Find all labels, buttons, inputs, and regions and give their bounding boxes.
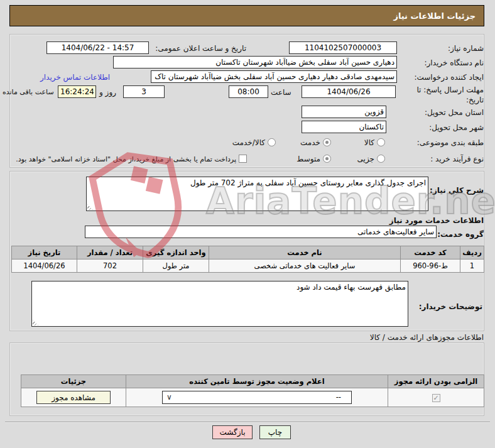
process-type-label: نوع فرآیند خرید :: [430, 155, 484, 163]
need-number-field[interactable]: [289, 41, 397, 54]
deadline-hour-label: ساعت: [271, 88, 291, 97]
deadline-date-field[interactable]: [302, 85, 396, 98]
col-quantity: تعداد / مقدار: [77, 246, 143, 260]
chevron-down-icon: ∨: [166, 391, 172, 403]
service-group-field[interactable]: [85, 226, 437, 238]
radio-goods[interactable]: [377, 138, 385, 146]
cell-permit-details: مشاهده مجوز: [21, 388, 126, 407]
cell-quantity: 702: [77, 260, 143, 273]
permit-row: ∨ -- مشاهده مجوز: [21, 388, 484, 407]
back-button[interactable]: بازگشت: [212, 425, 253, 439]
col-permit-details: جزئیات: [21, 375, 126, 388]
radio-partial[interactable]: [377, 155, 385, 163]
permit-status-select[interactable]: ∨ --: [162, 391, 352, 404]
col-row-number: ردیف: [460, 246, 484, 260]
col-service-code: کد خدمت: [401, 246, 460, 260]
services-table-header-row: ردیف کد خدمت نام خدمت واحد اندازه گیری ت…: [12, 246, 484, 260]
remaining-label: ساعت باقی مانده: [3, 88, 54, 96]
services-section-title: اطلاعات خدمات مورد نیاز: [389, 216, 484, 225]
radio-medium[interactable]: [323, 155, 331, 163]
creator-label: ایجاد کننده درخواست:: [414, 73, 484, 82]
classification-label: طبقه بندی موضوعی:: [417, 138, 484, 147]
col-service-name: نام خدمت: [209, 246, 401, 260]
cell-permit-mandatory: [388, 388, 484, 407]
need-number-label: شماره نیاز:: [448, 44, 484, 53]
need-desc-textarea[interactable]: اجرای جدول گذاری معابر روستای حسین آباد …: [86, 177, 428, 211]
buyer-org-label: نام دستگاه خریدار:: [425, 58, 484, 67]
time-remaining-field[interactable]: [58, 85, 96, 98]
mandatory-permit-checkbox[interactable]: [432, 394, 440, 402]
treasury-checkbox-label: پرداخت تمام یا بخشی از مبلغ خرید،از محل …: [16, 155, 236, 163]
cell-need-date: 1404/06/26: [12, 260, 77, 273]
announce-datetime-field[interactable]: [46, 41, 149, 54]
province-field[interactable]: [302, 106, 386, 118]
radio-goods-label: کالا: [364, 138, 374, 147]
radio-goods-service[interactable]: [268, 138, 276, 146]
need-desc-label: شرح کلي نیاز:: [430, 186, 484, 195]
deadline-hour-field[interactable]: [229, 85, 268, 98]
footer-divider: [5, 422, 490, 423]
page-title: جزئیات اطلاعات نیاز: [393, 11, 476, 21]
col-permit-mandatory: الزامی بودن ارائه مجوز: [388, 375, 484, 388]
radio-service[interactable]: [323, 138, 331, 146]
announce-datetime-label: تاریخ و ساعت اعلان عمومی:: [155, 44, 246, 53]
treasury-checkbox[interactable]: [239, 155, 247, 163]
permits-table-header-row: الزامی بودن ارائه مجوز اعلام وضعیت مجوز …: [21, 375, 484, 388]
radio-service-label: خدمت: [300, 138, 320, 147]
service-group-label: گروه خدمت:: [437, 230, 484, 239]
buyer-contact-link[interactable]: اطلاعات تماس خریدار: [40, 73, 110, 82]
days-label: روز و: [99, 88, 116, 97]
permits-table: الزامی بودن ارائه مجوز اعلام وضعیت مجوز …: [21, 374, 484, 407]
col-unit: واحد اندازه گیری: [143, 246, 209, 260]
province-label: استان محل تحویل:: [425, 108, 484, 117]
permit-status-value: --: [336, 391, 341, 403]
cell-service-name: سایر فعالیت های خدماتی شخصی: [209, 260, 401, 273]
radio-partial-label: جزیی: [357, 155, 374, 163]
print-button[interactable]: چاپ: [259, 425, 291, 439]
cell-service-code: 960-96-ط: [401, 260, 460, 273]
days-remaining-field[interactable]: [123, 85, 165, 98]
service-row: 1 960-96-ط سایر فعالیت های خدماتی شخصی م…: [12, 260, 484, 273]
city-field[interactable]: [302, 121, 386, 133]
radio-goods-service-label: کالا/خدمت: [232, 138, 265, 147]
creator-field[interactable]: [151, 70, 397, 83]
radio-medium-label: متوسط: [296, 155, 320, 163]
cell-row-number: 1: [460, 260, 484, 273]
buyer-notes-textarea[interactable]: مطابق فهرست بهاء قیمت داد شود: [31, 281, 408, 327]
services-table: ردیف کد خدمت نام خدمت واحد اندازه گیری ت…: [11, 246, 484, 273]
col-need-date: تاریخ نیاز: [12, 246, 77, 260]
cell-unit: متر طول: [143, 260, 209, 273]
permits-section-title: اطلاعات مجوزهای ارائه خدمت / کالا: [370, 333, 484, 342]
buyer-org-field[interactable]: [113, 56, 397, 68]
col-permit-status: اعلام وضعیت مجوز توسط تامین کننده: [126, 375, 388, 388]
view-permit-button[interactable]: مشاهده مجوز: [36, 391, 111, 404]
need-details-page: جزئیات اطلاعات نیاز شماره نیاز: تاریخ و …: [0, 0, 495, 448]
cell-permit-status: ∨ --: [126, 388, 388, 407]
deadline-label: مهلت ارسال پاسخ: تا تاریخ:: [402, 85, 484, 105]
city-label: شهر محل تحویل:: [429, 123, 484, 132]
page-title-bar: جزئیات اطلاعات نیاز: [9, 5, 484, 26]
buyer-notes-label: توضیحات خریدار:: [419, 302, 482, 311]
